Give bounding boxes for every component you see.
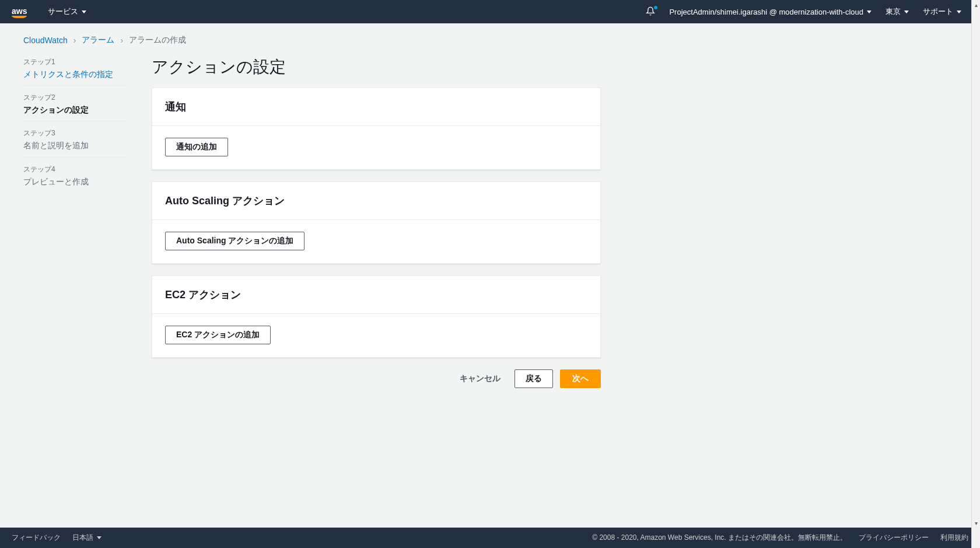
scroll-down-icon[interactable]: ▾ — [972, 518, 980, 528]
notifications-button[interactable] — [639, 6, 662, 18]
panel-ec2: EC2 アクション EC2 アクションの追加 — [152, 275, 601, 358]
panel-title: Auto Scaling アクション — [165, 194, 587, 208]
wizard-actions: キャンセル 戻る 次へ — [152, 369, 601, 388]
step-label: ステップ2 — [23, 93, 128, 103]
wizard-step-2: ステップ2 アクションの設定 — [23, 85, 128, 121]
top-navbar: aws サービス ProjectAdmin/shimei.igarashi @ … — [0, 0, 980, 23]
scroll-up-icon[interactable]: ▴ — [972, 0, 980, 9]
services-menu[interactable]: サービス — [41, 6, 93, 17]
breadcrumb-alarms[interactable]: アラーム — [82, 35, 114, 46]
step-title: メトリクスと条件の指定 — [23, 69, 128, 79]
chevron-down-icon — [82, 11, 86, 13]
language-selector[interactable]: 日本語 — [72, 533, 102, 543]
aws-logo[interactable]: aws — [12, 6, 27, 17]
panel-notification: 通知 通知の追加 — [152, 88, 601, 170]
wizard-steps: ステップ1 メトリクスと条件の指定 ステップ2 アクションの設定 ステップ3 名… — [23, 53, 128, 388]
language-label: 日本語 — [72, 533, 93, 543]
wizard-step-4: ステップ4 プレビューと作成 — [23, 157, 128, 193]
account-label: ProjectAdmin/shimei.igarashi @ moderniza… — [669, 8, 863, 16]
add-ec2-action-button[interactable]: EC2 アクションの追加 — [165, 326, 271, 344]
wizard-step-3: ステップ3 名前と説明を追加 — [23, 121, 128, 156]
copyright-text: © 2008 - 2020, Amazon Web Services, Inc.… — [592, 533, 847, 543]
add-autoscaling-action-button[interactable]: Auto Scaling アクションの追加 — [165, 232, 304, 250]
panel-autoscaling: Auto Scaling アクション Auto Scaling アクションの追加 — [152, 181, 601, 264]
page-title: アクションの設定 — [152, 56, 601, 78]
footer: フィードバック 日本語 © 2008 - 2020, Amazon Web Se… — [0, 528, 980, 548]
step-label: ステップ1 — [23, 57, 128, 67]
notification-dot-icon — [654, 6, 657, 9]
chevron-down-icon — [97, 536, 102, 539]
chevron-down-icon — [867, 11, 872, 13]
next-button[interactable]: 次へ — [560, 369, 601, 388]
divider — [152, 125, 600, 126]
feedback-link[interactable]: フィードバック — [12, 533, 61, 543]
cancel-button[interactable]: キャンセル — [453, 370, 508, 388]
terms-link[interactable]: 利用規約 — [940, 533, 968, 543]
privacy-link[interactable]: プライバシーポリシー — [859, 533, 929, 543]
vertical-scrollbar[interactable]: ▴ ▾ — [971, 0, 980, 548]
services-label: サービス — [48, 6, 78, 17]
step-title: 名前と説明を追加 — [23, 140, 128, 151]
panel-title: EC2 アクション — [165, 288, 587, 302]
breadcrumb: CloudWatch › アラーム › アラームの作成 — [0, 23, 980, 46]
step-label: ステップ4 — [23, 165, 128, 174]
chevron-right-icon: › — [74, 36, 76, 45]
divider — [152, 219, 600, 220]
support-menu[interactable]: サポート — [916, 6, 968, 17]
region-label: 東京 — [886, 6, 901, 17]
back-button[interactable]: 戻る — [514, 369, 553, 388]
add-notification-button[interactable]: 通知の追加 — [165, 138, 228, 156]
chevron-down-icon — [957, 11, 961, 13]
panel-title: 通知 — [165, 100, 587, 114]
wizard-step-1[interactable]: ステップ1 メトリクスと条件の指定 — [23, 57, 128, 85]
chevron-right-icon: › — [120, 36, 123, 45]
step-title: アクションの設定 — [23, 104, 128, 115]
step-title: プレビューと作成 — [23, 176, 128, 187]
region-menu[interactable]: 東京 — [878, 6, 916, 17]
divider — [152, 313, 600, 314]
breadcrumb-cloudwatch[interactable]: CloudWatch — [23, 36, 68, 45]
breadcrumb-current: アラームの作成 — [129, 35, 186, 46]
step-label: ステップ3 — [23, 128, 128, 138]
account-menu[interactable]: ProjectAdmin/shimei.igarashi @ moderniza… — [662, 8, 878, 16]
support-label: サポート — [923, 6, 953, 17]
chevron-down-icon — [904, 11, 909, 13]
